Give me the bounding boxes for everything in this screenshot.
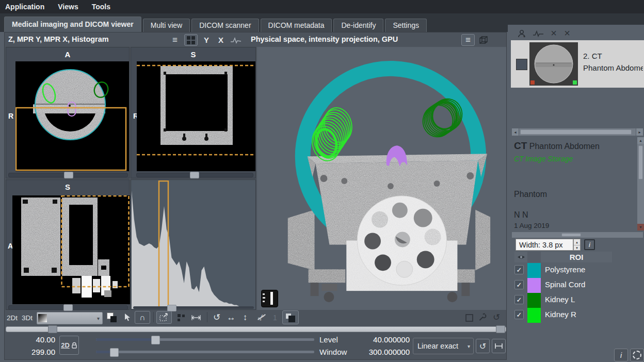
time-slider-handle[interactable] [48, 325, 57, 333]
curve-menu-button[interactable] [532, 28, 545, 39]
window-label: Window [319, 348, 347, 356]
tile-views-button[interactable] [175, 311, 187, 324]
fg-bg-swatch-button[interactable] [106, 311, 118, 324]
axis-y-button[interactable]: Y [201, 34, 212, 46]
series-list-item[interactable]: 2. CT Phantom Abdomen [511, 40, 644, 88]
lut-mode-dropdown[interactable]: Linear exact ▾ [413, 338, 474, 354]
roi-row[interactable]: ✓ [514, 310, 524, 319]
roi-header-visibility[interactable] [514, 252, 527, 262]
pointer-tool-button[interactable] [121, 311, 134, 324]
menu-tools[interactable]: Tools [92, 3, 110, 11]
roi-row[interactable]: ✓ [514, 280, 524, 289]
flip-horizontal-button[interactable]: ↔ [224, 311, 238, 324]
vscroll-down-button[interactable]: ▾ [637, 224, 644, 231]
transfer-function-bar[interactable] [270, 292, 273, 305]
hscroll-left-button[interactable]: ◂ [512, 128, 519, 136]
histogram-slider[interactable] [133, 306, 254, 309]
roi-header-color[interactable] [527, 252, 541, 262]
extract-region-button[interactable] [156, 311, 172, 324]
sagittal-slice-handle[interactable] [190, 172, 199, 178]
panel-sync-button[interactable] [630, 349, 644, 361]
no-cut-button[interactable]: ✂ [254, 311, 269, 324]
lut-gradient-dropdown[interactable]: ▾ [37, 312, 103, 324]
curve-icon [230, 37, 242, 44]
level-slider-handle[interactable] [151, 336, 160, 344]
render-3d-view[interactable] [257, 47, 506, 310]
tab-dicom-metadata[interactable]: DICOM metadata [261, 19, 332, 32]
series-checkbox[interactable] [516, 59, 527, 70]
roi-color-swatch[interactable] [527, 278, 541, 293]
tab-de-identify[interactable]: De-identify [333, 19, 383, 32]
roi-width-field[interactable]: Width: 3.8 px [516, 239, 573, 251]
tab-dicom-scanner[interactable]: DICOM scanner [191, 19, 259, 32]
rotate-tool-button[interactable]: ↺ [210, 311, 223, 324]
tab-settings[interactable]: Settings [385, 19, 427, 32]
viewer-workspace: Z, MPR Y, MPR X, Histogram ≡ Y X Physica… [4, 32, 507, 360]
layout-list-button[interactable]: ≡ [168, 34, 182, 46]
transfer-function-widget[interactable] [261, 290, 278, 307]
window-slider[interactable] [96, 351, 314, 353]
time-slider[interactable] [6, 326, 506, 332]
bounds-box-button[interactable] [463, 311, 475, 324]
roi-visibility-checkbox[interactable]: ✓ [514, 280, 524, 289]
roi-color-swatch[interactable] [527, 293, 541, 308]
menu-views[interactable]: Views [58, 3, 78, 11]
panel-info-button[interactable]: i [614, 349, 628, 361]
fit-width-button[interactable] [189, 311, 203, 324]
blend-swatch-button[interactable] [282, 310, 299, 324]
lock-2d-button[interactable]: 2D [59, 336, 79, 355]
gradient-swatch-icon [38, 314, 47, 322]
roi-visibility-checkbox[interactable]: ✓ [514, 265, 524, 274]
mode-2dt-button[interactable]: 2Dt [7, 314, 18, 322]
tab-multi-view[interactable]: Multi view [143, 19, 190, 32]
series-item-text: 2. CT Phantom Abdomen [583, 52, 643, 72]
spinner-down-button[interactable]: ▾ [574, 245, 580, 251]
mode-3dt-button[interactable]: 3Dt [22, 314, 33, 322]
render-list-button[interactable]: ≡ [461, 34, 475, 46]
axial-canvas[interactable] [15, 61, 129, 171]
roi-visibility-checkbox[interactable]: ✓ [514, 310, 524, 319]
sagittal-canvas[interactable] [137, 61, 255, 171]
coronal-canvas[interactable] [12, 195, 130, 304]
histogram-canvas[interactable] [132, 180, 256, 309]
coronal-slice-handle[interactable] [63, 304, 73, 311]
study-storage-class: CT Image Storage [514, 155, 636, 163]
mode-2dt-label: 2Dt [7, 314, 18, 322]
reset-wl-button[interactable]: ↺ [476, 339, 490, 353]
layout-grid-button[interactable] [184, 34, 198, 46]
roi-width-spinner[interactable]: ▴ ▾ [573, 239, 581, 251]
patient-menu-button[interactable]: ▾ [516, 28, 528, 39]
cube-icon [479, 36, 488, 45]
roi-row[interactable]: ✓ [514, 295, 524, 304]
render-settings-button[interactable] [476, 311, 489, 324]
vscroll-up-button[interactable]: ▴ [637, 137, 644, 144]
window-slider-handle[interactable] [110, 348, 119, 357]
eye-icon [517, 254, 525, 260]
status-square-red [530, 80, 535, 85]
roi-row[interactable]: ✓ [514, 265, 524, 274]
axis-x-button[interactable]: X [215, 34, 227, 46]
histogram-curve-button[interactable] [229, 34, 243, 46]
arch-tool-button[interactable]: ∩ [135, 311, 150, 324]
close-icon: × [564, 27, 570, 39]
tab-medical-imaging[interactable]: Medical imaging and DICOM viewer [4, 17, 141, 32]
render-cube-button[interactable] [477, 34, 490, 46]
reset-view-button[interactable]: ↺ [490, 311, 503, 324]
roi-header-name[interactable]: ROI [541, 252, 612, 262]
time-slider-end-handle[interactable] [496, 325, 505, 333]
roi-color-swatch[interactable] [527, 308, 541, 323]
vscrollbar-thumb[interactable] [638, 145, 643, 179]
roi-color-swatch[interactable] [527, 263, 541, 278]
hscrollbar2-thumb[interactable] [561, 233, 581, 237]
roi-info-button[interactable]: i [584, 239, 595, 250]
close-series-button[interactable]: × [548, 27, 559, 39]
close-all-button[interactable]: × [561, 27, 573, 39]
roi-visibility-checkbox[interactable]: ✓ [514, 295, 524, 304]
axial-slice-handle[interactable] [64, 172, 73, 178]
spinner-up-button[interactable]: ▴ [574, 239, 580, 245]
hscroll-right-button[interactable]: ▸ [636, 128, 643, 136]
full-range-button[interactable] [492, 339, 506, 353]
menu-application[interactable]: Application [5, 3, 44, 11]
flip-vertical-button[interactable]: ↕ [238, 311, 252, 324]
hscrollbar-thumb[interactable] [520, 129, 632, 135]
